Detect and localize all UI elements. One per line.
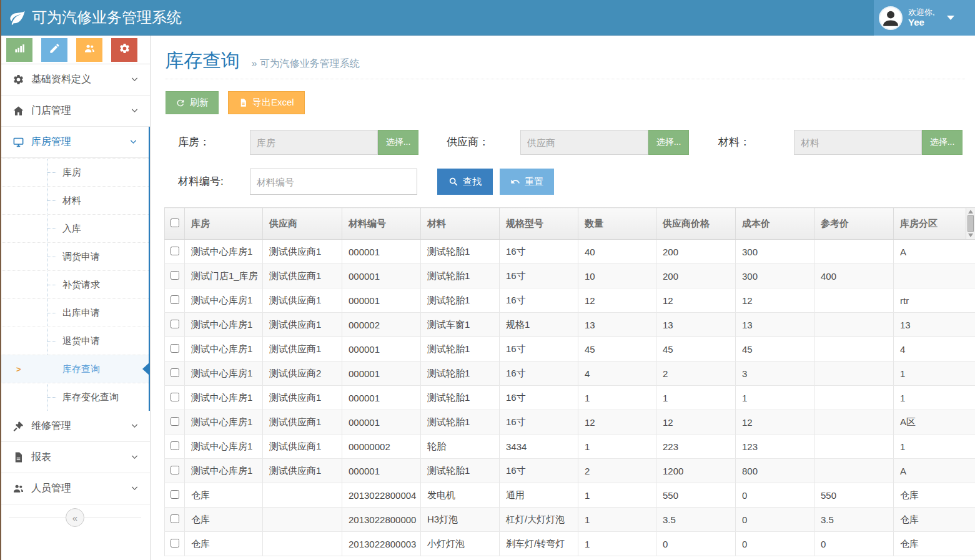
user-menu[interactable]: 欢迎你, Yee (874, 0, 975, 36)
cell (814, 313, 894, 337)
sidebar-shortcuts (0, 36, 150, 64)
chevron-down-icon (129, 138, 137, 146)
cell: 刹车灯/转弯灯 (500, 532, 578, 556)
shortcut-settings-button[interactable] (111, 38, 137, 62)
cell: 16寸 (500, 459, 578, 483)
cell: 2013022800003 (342, 532, 421, 556)
row-checkbox[interactable] (171, 466, 179, 474)
cell: 10 (578, 264, 656, 288)
table-scrollbar[interactable] (966, 208, 975, 239)
cell: 测试轮胎1 (421, 361, 500, 386)
table-row: 测试中心库房1测试供应商1000001测试轮胎116寸40200300A (165, 240, 975, 264)
gears-icon (119, 42, 131, 57)
sidebar-subitem-0[interactable]: 库房 (0, 158, 149, 186)
checkbox-cell (165, 313, 185, 337)
sidebar-item-reports[interactable]: 报表 (0, 442, 150, 473)
cell: 123 (736, 435, 814, 459)
cell: 16寸 (500, 288, 578, 313)
table-row: 仓库2013022800000H3灯泡杠灯/大灯灯泡13.503.5仓库 (165, 508, 975, 532)
cell: 1200 (656, 459, 736, 483)
cell: 1 (578, 386, 656, 410)
cell: 小灯灯泡 (421, 532, 500, 556)
warehouse-menu-group: 库房管理 库房材料入库调货申请补货请求出库申请退货申请>库存查询库存变化查询 (0, 127, 150, 411)
search-icon (448, 177, 458, 187)
material-input[interactable] (794, 130, 922, 155)
cell (814, 410, 894, 435)
sidebar-item-stores[interactable]: 门店管理 (0, 96, 150, 127)
sidebar-item-warehouse-mgmt[interactable]: 库房管理 (0, 127, 149, 158)
row-checkbox[interactable] (171, 295, 179, 304)
cell: 测试轮胎1 (421, 410, 500, 435)
row-checkbox[interactable] (171, 514, 179, 523)
reset-button[interactable]: 重置 (500, 169, 554, 195)
sidebar-subitem-4[interactable]: 补货请求 (0, 270, 149, 298)
material-no-input[interactable] (250, 169, 417, 195)
cell: 测试中心库房1 (185, 313, 263, 337)
sidebar-subitem-1[interactable]: 材料 (0, 186, 149, 214)
shortcut-stats-button[interactable] (6, 38, 32, 62)
shortcut-edit-button[interactable] (41, 38, 67, 62)
checkbox-cell (165, 361, 185, 386)
cell: 测试中心库房1 (185, 386, 263, 410)
cell: 16寸 (500, 361, 578, 386)
cell: 测试供应商1 (263, 435, 342, 459)
supplier-select-button[interactable]: 选择... (648, 130, 689, 155)
cell: 4 (894, 337, 975, 361)
column-header: 材料编号 (342, 208, 421, 240)
inventory-table-body: 测试中心库房1测试供应商1000001测试轮胎116寸40200300A测试门店… (165, 240, 975, 556)
row-checkbox[interactable] (171, 417, 179, 426)
cell: 测试轮胎1 (421, 240, 500, 264)
sidebar-subitem-2[interactable]: 入库 (0, 214, 149, 242)
cell: 13 (736, 313, 814, 337)
cell: 测试轮胎1 (421, 337, 500, 361)
row-checkbox[interactable] (171, 368, 179, 377)
tree-stub (47, 172, 56, 173)
caret-down-icon (947, 16, 954, 20)
row-checkbox[interactable] (171, 344, 179, 353)
shortcut-users-button[interactable] (76, 38, 102, 62)
checkbox-cell (165, 508, 185, 532)
table-row: 测试门店1_库房测试供应商1000001测试轮胎116寸10200300400 (165, 264, 975, 288)
cell: 测试中心库房1 (185, 337, 263, 361)
cell: 16寸 (500, 410, 578, 435)
row-checkbox[interactable] (171, 490, 179, 499)
sidebar-subitem-8[interactable]: 库存变化查询 (0, 383, 149, 411)
divider (165, 79, 965, 79)
row-checkbox[interactable] (171, 441, 179, 450)
warehouse-input[interactable] (250, 130, 378, 155)
refresh-button[interactable]: 刷新 (166, 91, 219, 114)
material-select-button[interactable]: 选择... (922, 130, 963, 155)
cell: 1 (656, 386, 736, 410)
cell: 1 (578, 483, 656, 508)
cell: 测试中心库房1 (185, 288, 263, 313)
table-row: 测试中心库房1测试供应商1000002测试车窗1规格113131313 (165, 313, 975, 337)
scroll-down-icon[interactable] (968, 233, 973, 237)
supplier-input[interactable] (520, 130, 648, 155)
cell: 40 (578, 240, 656, 264)
sidebar-subitem-3[interactable]: 调货申请 (0, 242, 149, 270)
checkbox-cell (165, 337, 185, 361)
sidebar-subitem-6[interactable]: 退货申请 (0, 327, 149, 355)
sidebar-subitem-7[interactable]: >库存查询 (0, 355, 149, 383)
sidebar-collapse-button[interactable]: « (66, 508, 84, 527)
navbar: 可为汽修业务管理系统 欢迎你, Yee (0, 0, 975, 36)
row-checkbox[interactable] (171, 539, 179, 548)
sidebar-item-personnel[interactable]: 人员管理 (0, 473, 150, 504)
row-checkbox[interactable] (171, 320, 179, 328)
sidebar-item-repair-mgmt[interactable]: 维修管理 (0, 411, 150, 442)
cell: 45 (656, 337, 736, 361)
select-all-checkbox[interactable] (171, 219, 179, 227)
sidebar-item-base-data[interactable]: 基础资料定义 (0, 64, 150, 96)
cell: rtr (894, 288, 975, 313)
sidebar-subitem-5[interactable]: 出库申请 (0, 298, 149, 327)
export-excel-button[interactable]: 导出Excel (228, 91, 305, 114)
tree-stub (47, 313, 56, 313)
search-button[interactable]: 查找 (437, 169, 493, 195)
row-checkbox[interactable] (171, 271, 179, 280)
scroll-thumb[interactable] (968, 215, 974, 232)
warehouse-select-button[interactable]: 选择... (378, 130, 418, 155)
row-checkbox[interactable] (171, 247, 179, 255)
cell: 0 (736, 508, 814, 532)
row-checkbox[interactable] (171, 393, 179, 401)
scroll-up-icon[interactable] (968, 210, 973, 214)
